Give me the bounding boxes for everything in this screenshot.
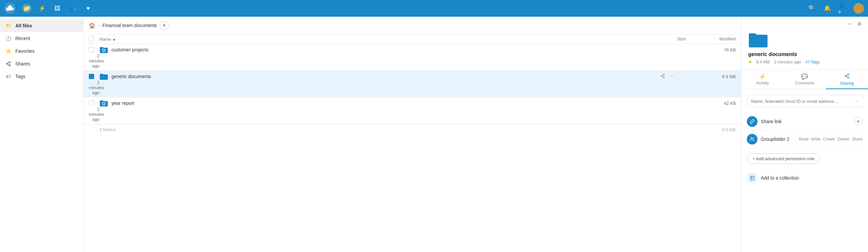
svg-line-10	[8, 64, 9, 65]
tag-icon: 🏷	[5, 73, 11, 80]
activity-tab-icon: ⚡	[759, 73, 766, 80]
breadcrumb: 🏠 › Financial team documents +	[84, 17, 741, 34]
svg-rect-6	[6, 9, 14, 10]
notifications-icon[interactable]: 🔔	[823, 4, 832, 13]
perm-create[interactable]: Create	[823, 137, 835, 141]
share-action[interactable]	[659, 46, 666, 54]
more-action[interactable]: ···	[669, 46, 676, 53]
edit-icon[interactable]: ✏	[848, 21, 852, 27]
svg-point-21	[663, 77, 665, 78]
sidebar-item-favorites[interactable]: ⭐ Favorites	[0, 45, 83, 57]
row-checkbox[interactable]	[89, 100, 99, 106]
sidebar-item-label: Shares	[16, 61, 30, 66]
share-search-input[interactable]	[747, 96, 850, 106]
sidebar-item-label: All files	[16, 23, 32, 28]
share-action[interactable]	[659, 73, 666, 80]
row-modified: 2 minutes ago	[89, 107, 99, 122]
select-all-checkbox[interactable]	[89, 36, 99, 42]
share-link-add-button[interactable]: +	[854, 117, 863, 126]
svg-point-28	[663, 103, 665, 105]
nav-right: 🔍 🔔 👤+	[807, 3, 864, 14]
nav-photos-icon[interactable]: 🖼	[53, 4, 62, 13]
table-row[interactable]: generic documents ··· 8.4 MB 2 minutes a…	[84, 71, 741, 97]
share-link-icon	[747, 116, 757, 127]
search-icon[interactable]: 🔍	[807, 4, 816, 13]
table-row[interactable]: customer projects ··· 76 KB 2 minutes ag…	[84, 44, 741, 71]
add-to-collection-label: Add to a collection	[761, 175, 799, 181]
nav-favorites-icon[interactable]: ♥	[84, 4, 93, 13]
sidebar-item-all-files[interactable]: 📁 All files	[0, 19, 83, 32]
column-modified-header: Modified	[686, 36, 736, 42]
team-folder-icon	[99, 46, 108, 54]
nextcloud-logo[interactable]: ☁ ···	[4, 2, 16, 14]
svg-line-23	[662, 75, 663, 75]
sidebar-item-shares[interactable]: Shares	[0, 57, 83, 70]
tab-sharing[interactable]: Sharing	[826, 70, 868, 89]
svg-point-13	[103, 50, 104, 51]
file-table-header: Name ▲ Size Modified	[84, 34, 741, 44]
perm-delete[interactable]: Delete	[838, 137, 849, 141]
svg-line-22	[662, 76, 663, 77]
panel-folder-name: generic documents	[748, 52, 797, 57]
tags-section: 🏷 Tags	[805, 59, 819, 64]
more-action[interactable]: ···	[669, 100, 676, 106]
svg-point-25	[103, 103, 104, 104]
file-name: year report	[112, 100, 134, 106]
contacts-search-icon[interactable]: 👤+	[838, 4, 847, 13]
nav-files-icon[interactable]: 📁	[22, 4, 31, 13]
tag-icon-small: 🏷	[805, 59, 810, 64]
svg-point-19	[663, 74, 665, 75]
share-link-left: Share link	[747, 116, 781, 127]
breadcrumb-add-button[interactable]: +	[160, 21, 169, 30]
nav-activity-icon[interactable]: ⚡	[37, 4, 47, 13]
sort-indicator: ▲	[113, 37, 116, 41]
breadcrumb-home[interactable]: 🏠	[89, 22, 95, 29]
row-checkbox[interactable]	[89, 47, 99, 53]
share-search-submit[interactable]: →	[850, 95, 862, 107]
row-checkbox[interactable]	[89, 74, 99, 79]
star-icon[interactable]: ★	[748, 59, 752, 64]
svg-point-31	[848, 74, 849, 75]
main-layout: 📁 All files 🕐 Recent ⭐ Favorites Shares …	[0, 17, 868, 252]
svg-line-34	[846, 76, 848, 77]
perm-read[interactable]: Read	[799, 137, 809, 141]
right-panel-header: ✏ ✕	[741, 17, 868, 31]
breadcrumb-current[interactable]: Financial team documents	[102, 23, 157, 28]
add-to-collection-row[interactable]: Add to a collection	[747, 169, 863, 187]
add-advanced-permission-button[interactable]: + Add advanced permission rule	[747, 154, 820, 164]
svg-point-20	[661, 75, 662, 77]
user-avatar[interactable]	[853, 3, 864, 14]
breadcrumb-separator: ›	[98, 23, 100, 28]
sidebar-item-recent[interactable]: 🕐 Recent	[0, 32, 83, 45]
tab-comments[interactable]: 💬 Comments	[783, 70, 826, 89]
panel-folder-info: generic documents ★ 8.4 MB 2 minutes ago…	[741, 31, 868, 70]
svg-point-16	[663, 50, 665, 52]
sidebar-item-label: Favorites	[16, 49, 35, 54]
star-icon: ⭐	[5, 48, 11, 54]
row-name-cell: generic documents	[99, 73, 659, 80]
groupfolder-row: Groupfolder 2 Read Write Create Delete S…	[747, 130, 863, 148]
svg-line-29	[662, 103, 663, 103]
nav-left: ☁ ··· 📁 ⚡ 🖼 👥 ♥	[4, 2, 93, 14]
share-action[interactable]	[659, 100, 666, 107]
row-size: 76 KB	[686, 48, 736, 53]
perm-write[interactable]: Write	[811, 137, 820, 141]
svg-line-11	[8, 62, 9, 63]
column-name-header[interactable]: Name ▲	[99, 36, 659, 42]
nav-contacts-icon[interactable]: 👥	[68, 4, 78, 13]
groupfolder-icon	[747, 134, 757, 145]
svg-line-17	[662, 50, 663, 50]
team-folder-icon	[99, 99, 108, 107]
folder-icon	[99, 73, 108, 80]
table-row[interactable]: year report ··· 42 KB 2 minutes ago	[84, 97, 741, 124]
folder-size: 8.4 MB	[756, 59, 770, 64]
total-size: 8.5 MB	[722, 127, 736, 132]
close-panel-button[interactable]: ✕	[855, 19, 864, 29]
sidebar-item-tags[interactable]: 🏷 Tags	[0, 70, 83, 83]
groupfolder-label: Groupfolder 2	[761, 136, 789, 142]
svg-point-15	[661, 49, 662, 50]
sharing-tab-icon	[844, 73, 850, 80]
tab-activity[interactable]: ⚡ Activity	[741, 70, 783, 89]
perm-share[interactable]: Share	[852, 137, 863, 141]
more-action[interactable]: ···	[669, 73, 676, 80]
